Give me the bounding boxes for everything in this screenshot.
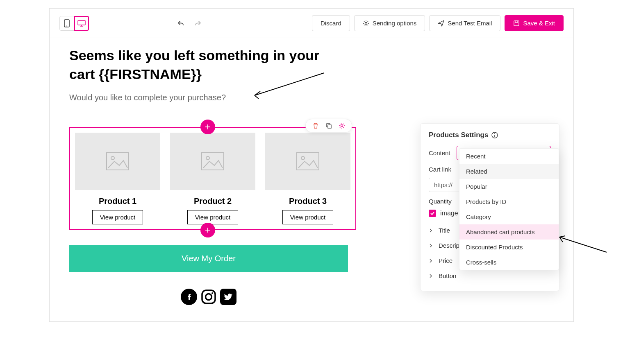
discard-button[interactable]: Discard bbox=[312, 15, 350, 31]
product-title: Product 3 bbox=[265, 197, 350, 206]
panel-item-label: Price bbox=[439, 257, 452, 264]
svg-point-13 bbox=[341, 124, 343, 127]
product-card: Product 3 View product bbox=[265, 133, 350, 224]
redo-button[interactable] bbox=[191, 17, 205, 30]
svg-rect-12 bbox=[328, 125, 331, 128]
products-block: Product 1 View product Product 2 View pr… bbox=[69, 127, 356, 230]
svg-point-27 bbox=[494, 133, 495, 134]
facebook-icon[interactable] bbox=[181, 289, 197, 305]
svg-rect-18 bbox=[297, 153, 319, 170]
redo-icon bbox=[194, 19, 202, 27]
add-block-below-button[interactable] bbox=[200, 223, 215, 237]
view-product-button[interactable]: View product bbox=[187, 210, 238, 224]
toolbar-center bbox=[174, 17, 205, 30]
svg-rect-2 bbox=[78, 20, 85, 25]
svg-line-8 bbox=[255, 73, 324, 95]
save-icon bbox=[513, 20, 520, 27]
dropdown-option[interactable]: Cross-sells bbox=[459, 255, 559, 270]
social-icons bbox=[69, 289, 348, 305]
products-grid[interactable]: Product 1 View product Product 2 View pr… bbox=[69, 127, 356, 230]
image-label: image bbox=[440, 210, 458, 217]
chevron-right-icon bbox=[429, 274, 433, 278]
block-tools bbox=[305, 119, 352, 133]
dropdown-option[interactable]: Abandoned cart products bbox=[459, 224, 559, 240]
products-settings-panel: Products Settings Content Abandoned cart… bbox=[420, 123, 559, 291]
toolbar: Discard Sending options Send Test Email … bbox=[50, 9, 573, 38]
copy-icon bbox=[325, 122, 332, 129]
svg-rect-22 bbox=[202, 290, 215, 303]
twitter-icon[interactable] bbox=[220, 289, 236, 305]
send-test-label: Send Test Email bbox=[448, 20, 492, 27]
dropdown-option[interactable]: Recent bbox=[459, 149, 559, 164]
delete-block-button[interactable] bbox=[312, 122, 320, 130]
desktop-icon bbox=[77, 20, 86, 27]
info-icon[interactable] bbox=[491, 132, 498, 138]
sending-options-button[interactable]: Sending options bbox=[354, 15, 425, 31]
send-icon bbox=[438, 20, 444, 27]
instagram-icon[interactable] bbox=[200, 289, 217, 305]
svg-rect-6 bbox=[514, 21, 519, 26]
toolbar-right: Discard Sending options Send Test Email … bbox=[312, 15, 564, 31]
product-image-placeholder bbox=[265, 133, 350, 190]
view-product-button[interactable]: View product bbox=[92, 210, 143, 224]
save-exit-button[interactable]: Save & Exit bbox=[505, 15, 564, 31]
chevron-right-icon bbox=[429, 244, 433, 248]
view-product-button[interactable]: View product bbox=[282, 210, 333, 224]
view-toggle bbox=[59, 16, 89, 31]
check-icon bbox=[430, 211, 435, 216]
annotation-arrow-2 bbox=[555, 235, 609, 255]
save-exit-label: Save & Exit bbox=[523, 20, 555, 27]
add-block-above-button[interactable] bbox=[200, 120, 215, 134]
svg-line-28 bbox=[559, 237, 607, 252]
mobile-icon bbox=[64, 19, 70, 27]
plus-icon bbox=[205, 124, 211, 130]
trash-icon bbox=[312, 122, 319, 129]
app-container: Discard Sending options Send Test Email … bbox=[49, 8, 574, 322]
cta-button[interactable]: View My Order bbox=[69, 245, 348, 272]
mobile-view-button[interactable] bbox=[59, 16, 74, 31]
dropdown-option[interactable]: Popular bbox=[459, 179, 559, 194]
svg-rect-14 bbox=[107, 153, 129, 170]
product-image-placeholder bbox=[75, 133, 160, 190]
svg-point-1 bbox=[66, 25, 67, 26]
plus-icon bbox=[205, 227, 211, 233]
undo-icon bbox=[177, 19, 185, 27]
svg-point-17 bbox=[206, 156, 209, 160]
annotation-arrow-1 bbox=[250, 71, 328, 99]
panel-title: Products Settings bbox=[429, 131, 551, 139]
dropdown-option[interactable]: Related bbox=[459, 164, 559, 179]
svg-point-24 bbox=[211, 292, 213, 294]
dropdown-option[interactable]: Category bbox=[459, 209, 559, 224]
gear-icon bbox=[363, 20, 369, 27]
gear-icon bbox=[339, 122, 345, 129]
settings-block-button[interactable] bbox=[338, 122, 346, 130]
content-dropdown: RecentRelatedPopularProducts by IDCatego… bbox=[459, 148, 559, 270]
svg-rect-16 bbox=[202, 153, 224, 170]
image-icon bbox=[201, 152, 224, 170]
panel-section-button[interactable]: Button bbox=[429, 268, 551, 283]
svg-point-15 bbox=[111, 156, 114, 160]
product-image-placeholder bbox=[170, 133, 255, 190]
send-test-button[interactable]: Send Test Email bbox=[429, 15, 500, 31]
svg-point-19 bbox=[301, 156, 305, 160]
product-title: Product 1 bbox=[75, 197, 160, 206]
svg-point-23 bbox=[206, 294, 212, 300]
desktop-view-button[interactable] bbox=[74, 16, 89, 31]
image-checkbox[interactable] bbox=[429, 210, 436, 217]
product-title: Product 2 bbox=[170, 197, 255, 206]
dropdown-option[interactable]: Products by ID bbox=[459, 194, 559, 209]
product-card: Product 2 View product bbox=[170, 133, 255, 224]
image-icon bbox=[296, 152, 319, 170]
panel-title-text: Products Settings bbox=[429, 131, 488, 139]
chevron-right-icon bbox=[429, 259, 433, 263]
svg-rect-7 bbox=[515, 21, 518, 23]
product-card: Product 1 View product bbox=[75, 133, 160, 224]
panel-item-label: Title bbox=[439, 227, 450, 234]
duplicate-block-button[interactable] bbox=[325, 122, 333, 130]
undo-button[interactable] bbox=[174, 17, 187, 30]
content-label: Content bbox=[429, 149, 452, 156]
panel-item-label: Button bbox=[439, 272, 456, 279]
dropdown-option[interactable]: Discounted Products bbox=[459, 240, 559, 255]
sending-options-label: Sending options bbox=[373, 20, 417, 27]
image-icon bbox=[106, 152, 129, 170]
